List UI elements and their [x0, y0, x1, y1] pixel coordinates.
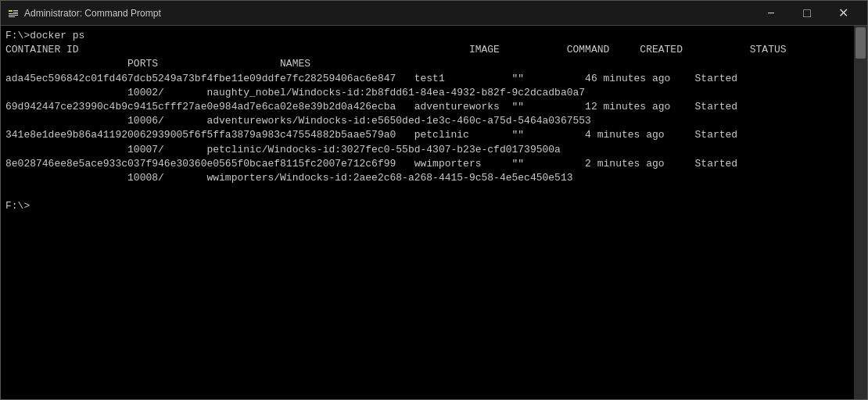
minimize-button[interactable]: −	[753, 1, 789, 26]
row2-status: Started	[695, 101, 738, 112]
svg-rect-4	[9, 13, 18, 14]
row1-status: Started	[695, 73, 738, 84]
terminal-body: F:\>docker ps CONTAINER ID IMAGE COMMAND…	[1, 26, 867, 399]
row2-ports-names: 10006/ adventureworks/Windocks-id:e5650d…	[5, 115, 591, 127]
row4-id: 8e028746ee8e5ace933c037f946e30360e0565f0…	[5, 158, 737, 170]
row3-ports-names: 10007/ petclinic/Windocks-id:3027fec0-55…	[5, 144, 561, 155]
window: Administrator: Command Prompt − □ ✕ F:\>…	[0, 0, 868, 400]
window-controls: − □ ✕	[753, 1, 861, 26]
row3-status: Started	[695, 129, 738, 141]
header-ports-names: PORTS NAMES	[5, 58, 310, 70]
svg-rect-3	[13, 12, 18, 12]
window-title: Administrator: Command Prompt	[24, 8, 753, 19]
terminal-content: F:\>docker ps CONTAINER ID IMAGE COMMAND…	[5, 29, 863, 213]
maximize-button[interactable]: □	[789, 1, 825, 26]
scrollbar-thumb[interactable]	[855, 27, 866, 59]
row1-id: ada45ec596842c01fd467dcb5249a73bf4fbe11e…	[5, 73, 737, 84]
header-container-id: CONTAINER ID IMAGE COMMAND CREATED STATU…	[5, 44, 787, 55]
svg-rect-1	[9, 10, 13, 12]
row3-id: 341e8e1dee9b86a411920062939005f6f5ffa387…	[5, 129, 737, 141]
prompt-line: F:\>	[5, 200, 30, 212]
scrollbar[interactable]	[854, 26, 867, 399]
row1-ports-names: 10002/ naughty_nobel/Windocks-id:2b8fdd6…	[5, 87, 585, 98]
row4-ports-names: 10008/ wwimporters/Windocks-id:2aee2c68-…	[5, 172, 573, 184]
row4-status: Started	[695, 158, 738, 170]
svg-rect-5	[9, 15, 18, 16]
cmd-icon	[7, 7, 20, 20]
close-button[interactable]: ✕	[825, 1, 861, 26]
command-line: F:\>docker ps	[5, 30, 84, 41]
row2-id: 69d942447ce23990c4b9c9415cfff27ae0e984ad…	[5, 101, 737, 112]
svg-rect-2	[13, 10, 18, 11]
title-bar: Administrator: Command Prompt − □ ✕	[1, 1, 867, 26]
svg-rect-6	[9, 16, 15, 17]
